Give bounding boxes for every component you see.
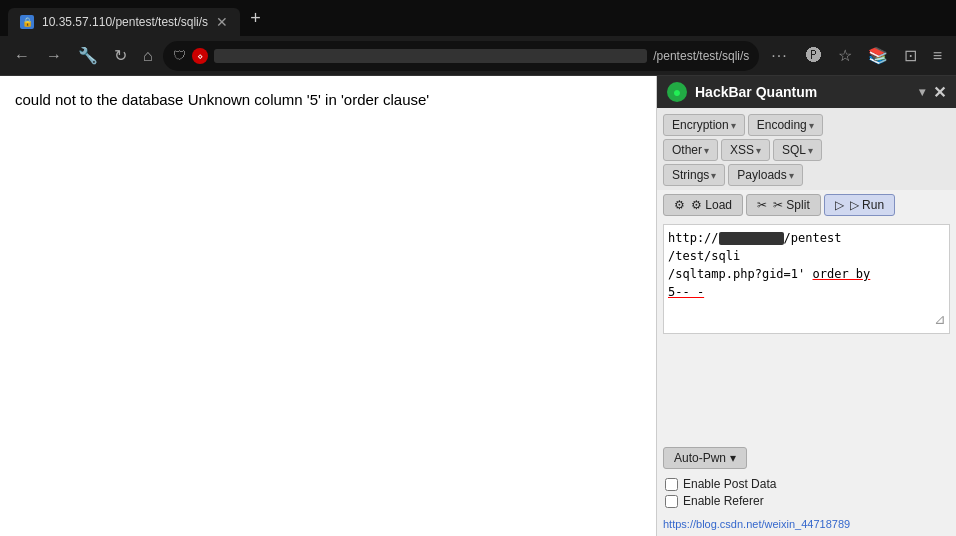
url-path3: /sqltamp.php?gid=1' order by — [668, 267, 870, 281]
home-button[interactable]: ⌂ — [137, 43, 159, 69]
strings-btn[interactable]: Strings ▾ — [663, 164, 725, 186]
hackbar-checkboxes: Enable Post Data Enable Referer — [657, 473, 956, 512]
browser-tab[interactable]: 🔒 10.35.57.110/pentest/test/sqli/s ✕ — [8, 8, 240, 36]
url-path2: /test/sqli — [668, 249, 740, 263]
address-bar[interactable]: 🛡 ⬦ /pentest/test/sqli/s — [163, 41, 760, 71]
sidebar-toggle-icon[interactable]: ⊡ — [898, 42, 923, 69]
autopwn-btn[interactable]: Auto-Pwn ▾ — [663, 447, 747, 469]
shield-icon: 🛡 — [173, 48, 186, 63]
enable-post-data-checkbox[interactable] — [665, 478, 678, 491]
addon-logo: ⬦ — [192, 48, 208, 64]
url-redacted — [719, 232, 784, 245]
content-area: could not to the database Unknown column… — [0, 76, 956, 536]
star-icon[interactable]: ☆ — [832, 42, 858, 69]
other-btn[interactable]: Other ▾ — [663, 139, 718, 161]
load-icon: ⚙ — [674, 198, 685, 212]
payloads-btn[interactable]: Payloads ▾ — [728, 164, 802, 186]
error-message: could not to the database Unknown column… — [15, 91, 429, 108]
library-icon[interactable]: 📚 — [862, 42, 894, 69]
page-content: could not to the database Unknown column… — [0, 76, 656, 536]
toolbar-dots[interactable]: ··· — [763, 43, 795, 69]
hackbar-actions: ⚙ ⚙ Load ✂ ✂ Split ▷ ▷ Run — [657, 190, 956, 220]
url-num: 5-- - — [668, 285, 704, 299]
pocket-icon[interactable]: 🅟 — [800, 43, 828, 69]
address-text: /pentest/test/sqli/s — [653, 49, 749, 63]
split-icon: ✂ — [757, 198, 767, 212]
hackbar-logo: ● — [667, 82, 687, 102]
url-http: http:// — [668, 231, 719, 245]
run-btn[interactable]: ▷ ▷ Run — [824, 194, 895, 216]
tab-close-button[interactable]: ✕ — [216, 14, 228, 30]
hackbar-footer-link[interactable]: https://blog.csdn.net/weixin_44718789 — [663, 518, 850, 530]
encryption-btn[interactable]: Encryption ▾ — [663, 114, 745, 136]
load-btn[interactable]: ⚙ ⚙ Load — [663, 194, 743, 216]
address-redacted — [214, 49, 648, 63]
browser-frame: 🔒 10.35.57.110/pentest/test/sqli/s ✕ + ←… — [0, 0, 956, 536]
browser-toolbar: ← → 🔧 ↻ ⌂ 🛡 ⬦ /pentest/test/sqli/s ··· 🅟… — [0, 36, 956, 76]
split-btn[interactable]: ✂ ✂ Split — [746, 194, 821, 216]
url-end: 5-- - — [668, 285, 704, 299]
enable-post-data-row[interactable]: Enable Post Data — [665, 477, 948, 491]
hackbar-autopwn-section: Auto-Pwn ▾ — [657, 443, 956, 473]
hackbar-row-1: Encryption ▾ Encoding ▾ — [663, 114, 950, 136]
wrench-button[interactable]: 🔧 — [72, 42, 104, 69]
hackbar-panel: ● HackBar Quantum ▾ ✕ Encryption ▾ Encod… — [656, 76, 956, 536]
run-icon: ▷ — [835, 198, 844, 212]
hackbar-chevron-icon: ▾ — [919, 85, 925, 99]
hackbar-title: HackBar Quantum — [695, 84, 911, 100]
hackbar-row-2: Other ▾ XSS ▾ SQL ▾ — [663, 139, 950, 161]
tab-bar: 🔒 10.35.57.110/pentest/test/sqli/s ✕ + — [0, 0, 956, 36]
hackbar-close-button[interactable]: ✕ — [933, 83, 946, 102]
xss-btn[interactable]: XSS ▾ — [721, 139, 770, 161]
back-button[interactable]: ← — [8, 43, 36, 69]
hackbar-buttons-area: Encryption ▾ Encoding ▾ Other ▾ XSS — [657, 108, 956, 190]
hackbar-url-area: http:///pentest /test/sqli /sqltamp.php?… — [657, 220, 956, 443]
hackbar-footer: https://blog.csdn.net/weixin_44718789 — [657, 512, 956, 536]
new-tab-button[interactable]: + — [240, 8, 271, 29]
hackbar-url-display[interactable]: http:///pentest /test/sqli /sqltamp.php?… — [663, 224, 950, 334]
enable-referer-checkbox[interactable] — [665, 495, 678, 508]
menu-icon[interactable]: ≡ — [927, 43, 948, 69]
refresh-button[interactable]: ↻ — [108, 42, 133, 69]
hackbar-header: ● HackBar Quantum ▾ ✕ — [657, 76, 956, 108]
enable-referer-row[interactable]: Enable Referer — [665, 494, 948, 508]
hackbar-row-3: Strings ▾ Payloads ▾ — [663, 164, 950, 186]
sql-btn[interactable]: SQL ▾ — [773, 139, 822, 161]
resize-handle-icon: ⊿ — [934, 309, 946, 330]
url-orderby: order by — [813, 267, 871, 281]
url-path1: /pentest — [784, 231, 842, 245]
encoding-btn[interactable]: Encoding ▾ — [748, 114, 823, 136]
forward-button[interactable]: → — [40, 43, 68, 69]
tab-favicon: 🔒 — [20, 15, 34, 29]
tab-title: 10.35.57.110/pentest/test/sqli/s — [42, 15, 208, 29]
